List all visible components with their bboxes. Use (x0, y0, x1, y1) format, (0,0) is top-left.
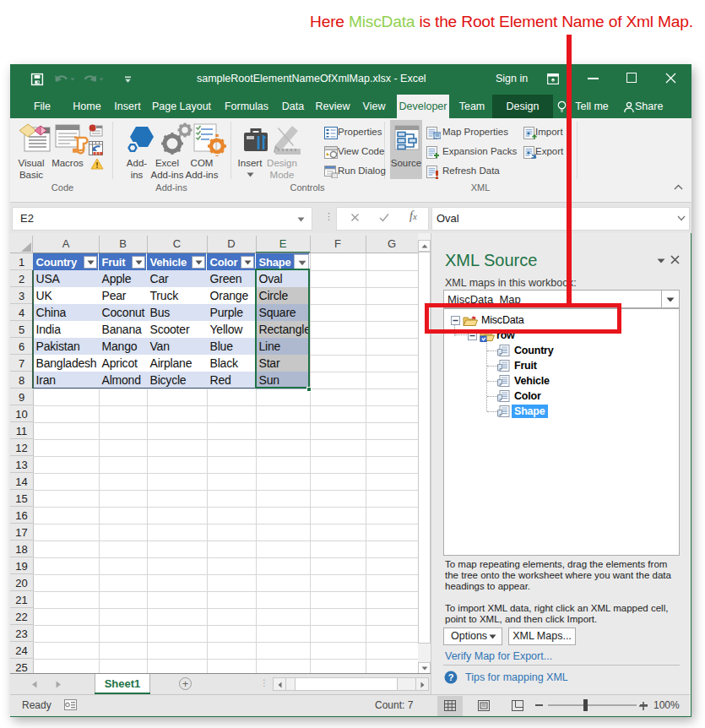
svg-text:?: ? (448, 672, 454, 682)
